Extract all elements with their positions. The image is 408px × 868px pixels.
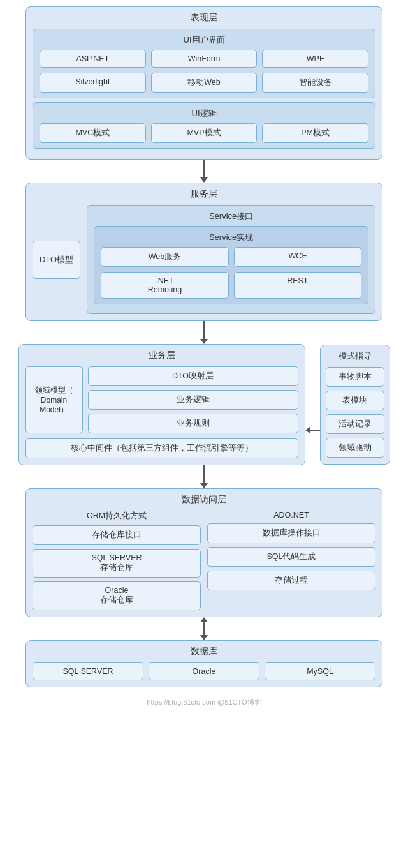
arrow-line4	[203, 622, 205, 635]
pattern-item-0: 事物脚本	[326, 367, 384, 387]
pattern-panel-title: 模式指导	[326, 350, 384, 362]
arrow-business-to-data	[26, 465, 382, 488]
ado-title: ADO.NET	[207, 511, 375, 520]
sqlserver-item: SQL SERVER	[33, 662, 143, 680]
service-impl-row2: .NET Remoting REST	[101, 272, 361, 299]
web-service-item: Web服务	[101, 247, 228, 267]
net-remoting-item: .NET Remoting	[101, 272, 228, 299]
arrow-service-to-business	[26, 321, 382, 344]
database-title: 数据库	[33, 646, 375, 657]
dto-model-item: DTO模型	[33, 241, 80, 279]
arrow-head-left	[305, 427, 310, 433]
ui-row2: Silverlight 移动Web 智能设备	[40, 73, 368, 93]
service-impl-row1: Web服务 WCF	[101, 247, 361, 267]
orm-title: ORM持久化方式	[33, 511, 201, 521]
ui-logic-title: UI逻辑	[40, 108, 368, 119]
ado-item-1: SQL代码生成	[207, 547, 375, 567]
database-layer: 数据库 SQL SERVER Oracle MySQL	[26, 640, 382, 687]
data-access-layer: 数据访问层 ORM持久化方式 存储仓库接口 SQL SERVER 存储仓库 Or…	[26, 488, 382, 617]
footer-url: https://blog.51cto.com	[147, 698, 215, 706]
presentation-layer: 表现层 UI用户界面 ASP.NET WinForm WPF Silverlig…	[26, 6, 382, 160]
arrow-head3	[200, 483, 208, 488]
arrow-head-up	[200, 617, 208, 622]
arrow-head2	[200, 339, 208, 344]
ui-row1: ASP.NET WinForm WPF	[40, 50, 368, 68]
core-middleware-item: 核心中间件（包括第三方组件，工作流引擎等等）	[26, 438, 298, 458]
orm-item-1: SQL SERVER 存储仓库	[33, 549, 201, 578]
orm-item-2: Oracle 存储仓库	[33, 581, 201, 610]
business-top-row: 领域模型（ Domain Model） DTO映射层 业务逻辑 业务规则	[26, 366, 298, 433]
arrow-h-line	[310, 430, 320, 431]
winform-item: WinForm	[151, 50, 258, 68]
mysql-item: MySQL	[265, 662, 375, 680]
orm-column: ORM持久化方式 存储仓库接口 SQL SERVER 存储仓库 Oracle 存…	[33, 511, 201, 610]
architecture-diagram: 表现层 UI用户界面 ASP.NET WinForm WPF Silverlig…	[13, 6, 395, 707]
mobile-web-item: 移动Web	[151, 73, 258, 93]
business-layer-title: 业务层	[26, 350, 298, 361]
ui-logic-box: UI逻辑 MVC模式 MVP模式 PM模式	[33, 102, 375, 149]
footer: https://blog.51cto.com @51CTO博客	[13, 698, 395, 707]
ado-item-2: 存储过程	[207, 571, 375, 590]
service-impl-box: Service实现 Web服务 WCF .NET Remoting REST	[94, 226, 368, 304]
data-access-columns: ORM持久化方式 存储仓库接口 SQL SERVER 存储仓库 Oracle 存…	[33, 511, 375, 610]
arrow-head-down	[200, 635, 208, 640]
wpf-item: WPF	[262, 50, 368, 68]
ui-logic-items: MVC模式 MVP模式 PM模式	[40, 123, 368, 143]
orm-item-0: 存储仓库接口	[33, 525, 201, 545]
footer-brand: @51CTO博客	[217, 698, 261, 706]
service-layer-title: 服务层	[33, 188, 375, 200]
database-items: SQL SERVER Oracle MySQL	[33, 662, 375, 680]
data-access-title: 数据访问层	[33, 494, 375, 505]
smart-device-item: 智能设备	[262, 73, 368, 93]
arrow-line2	[203, 321, 205, 339]
business-logic-item: 业务逻辑	[88, 390, 298, 410]
mvp-item: MVP模式	[151, 123, 258, 143]
arrow-head	[200, 177, 208, 183]
business-layer: 业务层 领域模型（ Domain Model） DTO映射层 业务逻辑 业务规则…	[18, 344, 305, 465]
pattern-item-1: 表模块	[326, 391, 384, 410]
wcf-item: WCF	[234, 247, 361, 267]
domain-model-item: 领域模型（ Domain Model）	[26, 366, 83, 433]
aspnet-item: ASP.NET	[40, 50, 146, 68]
service-layer: 服务层 DTO模型 Service接口 Service实现 Web服务 WCF …	[26, 183, 382, 321]
ui-interface-title: UI用户界面	[40, 34, 368, 46]
pattern-item-3: 领域驱动	[326, 438, 384, 458]
oracle-item: Oracle	[149, 662, 259, 680]
dto-mapping-item: DTO映射层	[88, 366, 298, 386]
arrow-presentation-to-service	[26, 160, 382, 183]
presentation-layer-title: 表现层	[33, 12, 375, 24]
business-rules-item: 业务规则	[88, 414, 298, 433]
service-impl-title: Service实现	[101, 232, 361, 243]
arrow-line	[203, 160, 205, 177]
pattern-panel: 模式指导 事物脚本 表模块 活动记录 领域驱动	[320, 345, 390, 465]
silverlight-item: Silverlight	[40, 73, 146, 93]
arrow-bidirectional	[26, 617, 382, 640]
ui-interface-box: UI用户界面 ASP.NET WinForm WPF Silverlight 移…	[33, 29, 375, 98]
rest-item: REST	[234, 272, 361, 299]
mvc-item: MVC模式	[40, 123, 146, 143]
service-interface-box: Service接口 Service实现 Web服务 WCF .NET Remot…	[87, 205, 375, 314]
pattern-item-2: 活动记录	[326, 414, 384, 434]
side-arrow	[305, 427, 320, 433]
ado-item-0: 数据库操作接口	[207, 523, 375, 543]
pm-item: PM模式	[262, 123, 368, 143]
arrow-line3	[203, 465, 205, 483]
ado-column: ADO.NET 数据库操作接口 SQL代码生成 存储过程	[207, 511, 375, 610]
service-interface-title: Service接口	[94, 211, 368, 222]
